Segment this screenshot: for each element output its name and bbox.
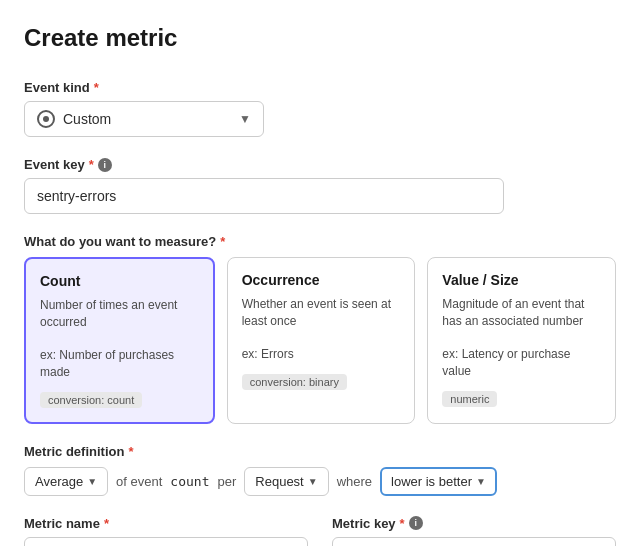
card-occurrence-desc: Whether an event is seen at least onceex… bbox=[242, 296, 401, 363]
per-text: per bbox=[218, 474, 237, 489]
required-marker: * bbox=[89, 157, 94, 172]
card-value-size-title: Value / Size bbox=[442, 272, 601, 288]
measure-card-occurrence[interactable]: Occurrence Whether an event is seen at l… bbox=[227, 257, 416, 424]
where-text: where bbox=[337, 474, 372, 489]
measure-card-value-size[interactable]: Value / Size Magnitude of an event that … bbox=[427, 257, 616, 424]
chevron-down-icon: ▼ bbox=[476, 476, 486, 487]
circle-dot bbox=[43, 116, 49, 122]
event-key-label: Event key * i bbox=[24, 157, 616, 172]
card-count-tag: conversion: count bbox=[40, 392, 142, 408]
event-kind-label: Event kind * bbox=[24, 80, 616, 95]
bottom-fields-row: Metric name * Metric key * i bbox=[24, 516, 616, 546]
metric-definition-label: Metric definition * bbox=[24, 444, 616, 459]
metric-name-input[interactable] bbox=[24, 537, 308, 546]
of-event-text: of event bbox=[116, 474, 162, 489]
chevron-down-icon: ▼ bbox=[87, 476, 97, 487]
card-count-title: Count bbox=[40, 273, 199, 289]
per-value: Request bbox=[255, 474, 303, 489]
info-icon[interactable]: i bbox=[98, 158, 112, 172]
event-key-input[interactable] bbox=[24, 178, 504, 214]
event-kind-value: Custom bbox=[63, 111, 111, 127]
condition-dropdown[interactable]: lower is better ▼ bbox=[380, 467, 497, 496]
aggregation-dropdown[interactable]: Average ▼ bbox=[24, 467, 108, 496]
metric-definition-section: Metric definition * Average ▼ of event c… bbox=[24, 444, 616, 496]
page-title: Create metric bbox=[24, 24, 616, 52]
required-marker: * bbox=[400, 516, 405, 531]
metric-name-label: Metric name * bbox=[24, 516, 308, 531]
measure-label: What do you want to measure? * bbox=[24, 234, 616, 249]
required-marker: * bbox=[94, 80, 99, 95]
card-occurrence-tag: conversion: binary bbox=[242, 374, 347, 390]
event-kind-select[interactable]: Custom ▼ bbox=[24, 101, 264, 137]
event-code-text: count bbox=[170, 474, 209, 489]
card-value-size-desc: Magnitude of an event that has an associ… bbox=[442, 296, 601, 380]
chevron-down-icon: ▼ bbox=[239, 112, 251, 126]
circle-icon bbox=[37, 110, 55, 128]
required-marker: * bbox=[104, 516, 109, 531]
metric-key-field: Metric key * i bbox=[332, 516, 616, 546]
metric-key-input[interactable] bbox=[332, 537, 616, 546]
condition-value: lower is better bbox=[391, 474, 472, 489]
chevron-down-icon: ▼ bbox=[308, 476, 318, 487]
metric-name-field: Metric name * bbox=[24, 516, 308, 546]
measure-card-count[interactable]: Count Number of times an event occurrede… bbox=[24, 257, 215, 424]
card-count-desc: Number of times an event occurredex: Num… bbox=[40, 297, 199, 381]
metric-definition-row: Average ▼ of event count per Request ▼ w… bbox=[24, 467, 616, 496]
measure-section: What do you want to measure? * Count Num… bbox=[24, 234, 616, 424]
metric-key-label: Metric key * i bbox=[332, 516, 616, 531]
info-icon[interactable]: i bbox=[409, 516, 423, 530]
required-marker: * bbox=[128, 444, 133, 459]
card-value-size-tag: numeric bbox=[442, 391, 497, 407]
measure-cards: Count Number of times an event occurrede… bbox=[24, 257, 616, 424]
event-kind-section: Event kind * Custom ▼ bbox=[24, 80, 616, 137]
card-occurrence-title: Occurrence bbox=[242, 272, 401, 288]
required-marker: * bbox=[220, 234, 225, 249]
event-key-section: Event key * i bbox=[24, 157, 616, 214]
aggregation-value: Average bbox=[35, 474, 83, 489]
per-dropdown[interactable]: Request ▼ bbox=[244, 467, 328, 496]
